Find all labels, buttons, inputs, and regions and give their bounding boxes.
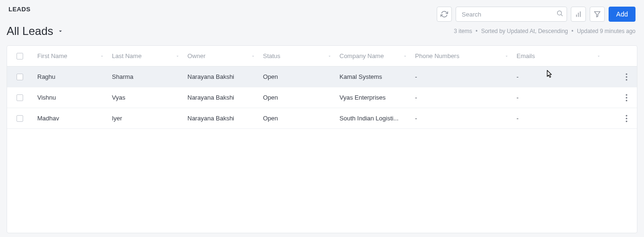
svg-point-7 — [626, 76, 627, 77]
svg-point-6 — [626, 73, 627, 75]
page-title: LEADS — [8, 6, 437, 13]
column-label: First Name — [37, 52, 97, 59]
cell-emails: - — [517, 73, 601, 80]
select-all-checkbox[interactable] — [17, 53, 23, 59]
column-header-company[interactable]: Company Name — [336, 52, 411, 59]
status-updated: Updated 9 minutes ago — [577, 28, 636, 34]
column-label: Last Name — [112, 52, 172, 59]
cell-status: Open — [263, 94, 332, 101]
cell-phone: - — [415, 73, 509, 80]
column-label: Company Name — [339, 52, 400, 59]
cell-status: Open — [263, 73, 332, 80]
sort-caret-icon — [403, 54, 407, 59]
sort-caret-icon — [504, 54, 509, 59]
refresh-icon — [441, 10, 448, 18]
cell-phone: - — [415, 115, 509, 122]
column-header-phone[interactable]: Phone Numbers — [411, 52, 513, 59]
sort-caret-icon — [596, 54, 601, 59]
column-header-firstname[interactable]: First Name — [33, 52, 108, 59]
svg-point-9 — [626, 94, 627, 95]
status-line: 3 items • Sorted by Updated At, Descendi… — [454, 28, 636, 34]
column-label: Emails — [517, 52, 593, 59]
separator: • — [571, 28, 573, 34]
chart-button[interactable] — [571, 7, 586, 22]
column-label: Owner — [187, 52, 248, 59]
refresh-button[interactable] — [437, 7, 452, 22]
cell-company: Vyas Enterprises — [339, 94, 407, 101]
search-input[interactable] — [456, 7, 567, 22]
row-actions-menu[interactable] — [624, 92, 629, 103]
table-row[interactable]: Raghu Sharma Narayana Bakshi Open Kamal … — [7, 67, 637, 87]
cell-emails: - — [517, 115, 601, 122]
leads-table: First Name Last Name Owner Status Compan… — [7, 45, 637, 233]
cell-firstname: Vishnu — [37, 94, 104, 101]
row-checkbox[interactable] — [17, 74, 23, 80]
column-header-lastname[interactable]: Last Name — [108, 52, 184, 59]
sort-caret-icon — [251, 54, 255, 59]
svg-point-11 — [626, 100, 627, 101]
cell-firstname: Raghu — [37, 73, 104, 80]
cell-company: Kamal Systems — [339, 73, 407, 80]
cell-status: Open — [263, 115, 332, 122]
cell-owner: Narayana Bakshi — [187, 115, 255, 122]
svg-point-13 — [626, 118, 627, 119]
column-header-status[interactable]: Status — [259, 52, 336, 59]
column-header-emails[interactable]: Emails — [513, 52, 605, 59]
view-label: All Leads — [7, 25, 53, 38]
cell-company: South Indian Logisti... — [339, 115, 407, 122]
sort-caret-icon — [100, 54, 104, 59]
svg-marker-5 — [594, 12, 600, 17]
row-actions-menu[interactable] — [624, 71, 629, 83]
caret-down-icon — [57, 28, 64, 34]
table-row[interactable]: Vishnu Vyas Narayana Bakshi Open Vyas En… — [7, 87, 637, 108]
column-label: Phone Numbers — [415, 52, 501, 59]
status-items: 3 items — [454, 28, 472, 34]
cell-lastname: Iyer — [112, 115, 180, 122]
sort-caret-icon — [327, 54, 332, 59]
column-header-owner[interactable]: Owner — [184, 52, 259, 59]
cell-lastname: Sharma — [112, 73, 180, 80]
cell-phone: - — [415, 94, 509, 101]
bar-chart-icon — [575, 10, 582, 18]
svg-point-12 — [626, 115, 627, 116]
row-checkbox[interactable] — [17, 94, 23, 101]
cell-owner: Narayana Bakshi — [187, 73, 255, 80]
sort-caret-icon — [175, 54, 180, 59]
view-dropdown[interactable]: All Leads — [7, 25, 64, 38]
status-sorted: Sorted by Updated At, Descending — [481, 28, 568, 34]
filter-button[interactable] — [590, 7, 605, 22]
row-checkbox[interactable] — [17, 115, 23, 122]
cell-firstname: Madhav — [37, 115, 104, 122]
row-actions-menu[interactable] — [624, 113, 629, 124]
column-label: Status — [263, 52, 324, 59]
svg-point-10 — [626, 97, 627, 98]
cell-owner: Narayana Bakshi — [187, 94, 255, 101]
svg-point-14 — [626, 120, 627, 122]
table-header: First Name Last Name Owner Status Compan… — [7, 46, 637, 67]
cell-lastname: Vyas — [112, 94, 180, 101]
separator: • — [475, 28, 477, 34]
search-field[interactable] — [456, 7, 567, 22]
filter-icon — [593, 10, 601, 18]
table-row[interactable]: Madhav Iyer Narayana Bakshi Open South I… — [7, 108, 637, 129]
add-button[interactable]: Add — [609, 7, 636, 22]
svg-point-8 — [626, 79, 627, 80]
cell-emails: - — [517, 94, 601, 101]
